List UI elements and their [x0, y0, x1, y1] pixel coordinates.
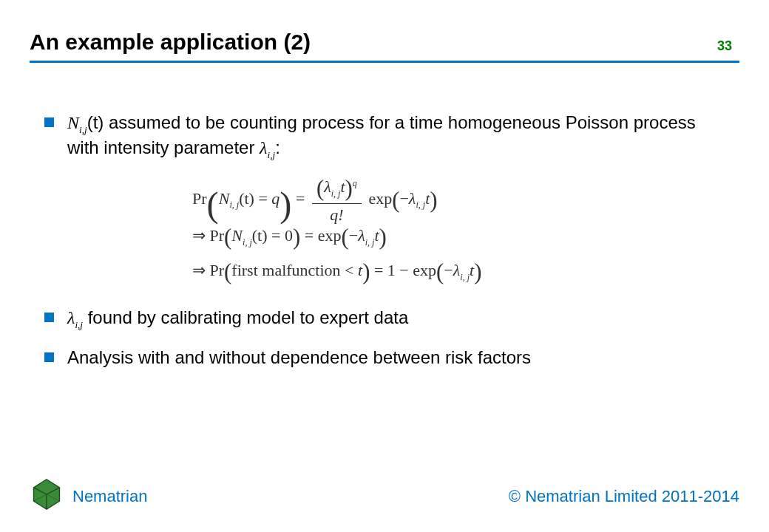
footer: Nematrian © Nematrian Limited 2011-2014: [30, 477, 739, 516]
slide-title: An example application (2): [30, 30, 739, 55]
eq3-lt: <: [341, 261, 358, 279]
paren-close-icon: ): [474, 259, 481, 284]
copyright: © Nematrian Limited 2011-2014: [509, 487, 739, 506]
eq1-fraction: (λi, jt)qq!: [312, 176, 362, 225]
var-N-arg: (t): [87, 112, 104, 132]
brand: Nematrian: [30, 477, 147, 516]
bullet-1-rest: assumed to be counting process for a tim…: [67, 112, 696, 157]
eq3-minus: −: [444, 261, 453, 279]
paren-close-icon: ): [362, 259, 370, 284]
brand-name: Nematrian: [72, 487, 147, 506]
lambda-2-sub: i,j: [75, 319, 83, 330]
paren-open-icon: (: [341, 225, 348, 250]
paren-open-icon: (: [224, 225, 231, 250]
eq2-sub: i, j: [365, 237, 375, 248]
eq1-N-sub: i, j: [229, 200, 239, 210]
equation-3: ⇒ Pr(first malfunction < t) = 1 − exp(−λ…: [44, 259, 725, 285]
bullet-square-icon: [44, 117, 54, 127]
eq1-minus: −: [399, 189, 408, 208]
eq1-q: q: [271, 189, 280, 208]
eq1-num-sub: i, j: [331, 188, 341, 199]
eq3-exp: exp: [413, 261, 436, 279]
eq3-arrow: ⇒: [192, 261, 210, 279]
paren-close-icon: ): [293, 225, 300, 250]
header: 33 An example application (2): [30, 30, 739, 69]
eq1-frac-num: (λi, jt)q: [312, 176, 362, 204]
eq3-eq: =: [370, 261, 387, 279]
eq2-t-arg: (t): [252, 226, 268, 245]
paren-close-icon: ): [280, 185, 291, 224]
math-block: Pr(Ni, j(t) = q) = (λi, jt)qq! exp(−λi, …: [44, 176, 725, 285]
paren-open-icon: (: [224, 259, 231, 284]
paren-close-icon: ): [430, 188, 437, 213]
eq3-lambda: λ: [453, 261, 461, 279]
bullet-2-text: λi,j found by calibrating model to exper…: [67, 306, 725, 331]
eq1-eq-1: =: [254, 189, 271, 208]
eq1-frac-den: q!: [312, 204, 362, 225]
bullet-1-colon: :: [275, 137, 280, 157]
eq2-N: N: [231, 226, 243, 245]
logo-icon: [30, 477, 64, 516]
eq1-eq-2: =: [291, 189, 308, 208]
paren-open-icon: (: [392, 188, 399, 213]
eq2-arrow: ⇒: [192, 226, 210, 245]
bullet-square-icon: [44, 352, 54, 362]
var-N-sub: i,j: [79, 124, 87, 135]
bullet-2: λi,j found by calibrating model to exper…: [44, 306, 725, 331]
var-N: N: [67, 113, 79, 132]
eq1-num-exp-q: q: [353, 178, 357, 188]
eq1-exp-sub: i, j: [416, 200, 425, 210]
slide-body: Ni,j(t) assumed to be counting process f…: [44, 111, 725, 383]
bullet-1-text: Ni,j(t) assumed to be counting process f…: [67, 111, 725, 161]
paren-open-icon: (: [207, 185, 219, 224]
paren-close-icon: ): [379, 225, 387, 250]
eq3-one-minus: 1 −: [387, 261, 413, 279]
eq2-exp: exp: [318, 226, 342, 245]
paren-open-icon: (: [316, 176, 324, 201]
bullet-3-text: Analysis with and without dependence bet…: [67, 346, 725, 369]
bullet-2-rest: found by calibrating model to expert dat…: [83, 307, 408, 327]
page-number: 33: [717, 38, 732, 54]
eq2-pr: Pr: [210, 226, 225, 245]
eq1-num-lambda: λ: [324, 177, 331, 196]
bullet-3: Analysis with and without dependence bet…: [44, 346, 725, 369]
bullet-1: Ni,j(t) assumed to be counting process f…: [44, 111, 725, 161]
eq2-zero: 0: [285, 226, 293, 245]
equation-1: Pr(Ni, j(t) = q) = (λi, jt)qq! exp(−λi, …: [44, 176, 725, 220]
title-underline: [30, 61, 739, 63]
eq2-eq-1: =: [268, 226, 285, 245]
paren-close-icon: ): [345, 176, 353, 201]
eq2-N-sub: i, j: [243, 237, 252, 248]
eq3-inner: first malfunction: [231, 261, 340, 279]
bullet-square-icon: [44, 313, 54, 322]
lambda-2: λ: [67, 308, 75, 327]
eq2-minus: −: [349, 226, 358, 245]
eq3-sub: i, j: [460, 272, 470, 282]
eq1-pr: Pr: [192, 189, 207, 208]
eq1-t-arg: (t): [239, 189, 254, 208]
slide: 33 An example application (2) Ni,j(t) as…: [0, 0, 769, 532]
equation-2: ⇒ Pr(Ni, j(t) = 0) = exp(−λi, jt): [44, 225, 725, 250]
eq2-lambda: λ: [358, 226, 365, 245]
lambda-1: λ: [260, 138, 267, 157]
eq1-exp-lambda: λ: [409, 189, 416, 208]
eq1-exp: exp: [368, 189, 392, 208]
eq2-eq-2: =: [300, 226, 317, 245]
eq3-pr: Pr: [210, 261, 225, 279]
lambda-1-sub: i,j: [268, 149, 276, 160]
paren-open-icon: (: [436, 259, 444, 284]
eq1-N: N: [219, 189, 230, 208]
